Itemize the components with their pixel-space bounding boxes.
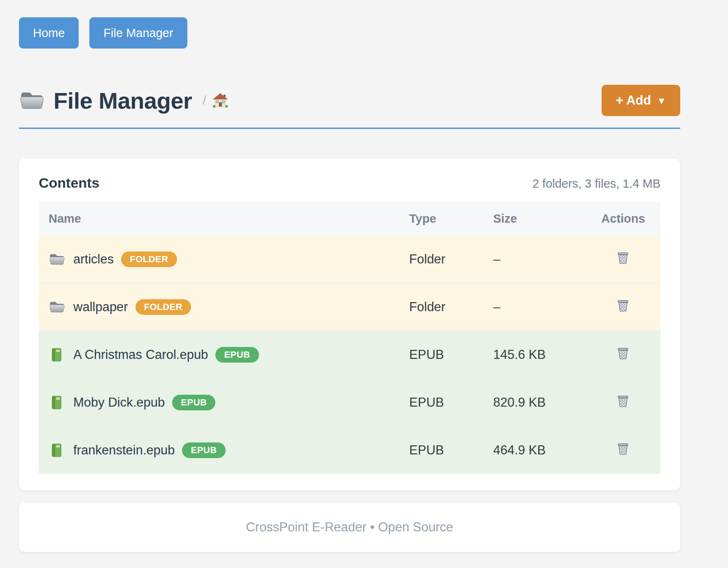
file-type: EPUB (399, 426, 483, 474)
home-button[interactable]: Home (19, 17, 79, 49)
page-title: File Manager (54, 87, 192, 114)
folder-icon (19, 90, 44, 111)
title-underline (19, 128, 680, 129)
add-button[interactable]: + Add ▼ (602, 85, 680, 116)
table-row: wallpaper FOLDER Folder – (39, 283, 660, 331)
name-cell: wallpaper FOLDER (49, 299, 390, 315)
folder-icon (49, 252, 65, 267)
breadcrumb-separator: / (203, 93, 206, 107)
book-icon (49, 347, 65, 362)
contents-card-header: Contents 2 folders, 3 files, 1.4 MB (39, 175, 660, 191)
trash-icon (615, 249, 631, 266)
file-name[interactable]: wallpaper (73, 300, 128, 314)
contents-table: Name Type Size Actions articles FOLDER F… (39, 202, 660, 474)
file-type: Folder (399, 283, 483, 331)
file-size: 145.6 KB (483, 331, 586, 379)
trash-icon (615, 440, 631, 457)
name-cell: articles FOLDER (49, 251, 390, 267)
page: Home File Manager File Manager / + Add ▼… (19, 17, 680, 552)
file-size: – (483, 236, 586, 283)
folder-icon (49, 300, 65, 314)
column-header-size: Size (483, 202, 586, 236)
footer-card: CrossPoint E-Reader • Open Source (19, 503, 680, 552)
table-row: A Christmas Carol.epub EPUB EPUB 145.6 K… (39, 331, 660, 379)
type-badge: EPUB (215, 347, 259, 363)
table-body: articles FOLDER Folder – wallpaper FOLDE… (39, 236, 660, 474)
file-manager-button[interactable]: File Manager (89, 17, 187, 49)
contents-summary: 2 folders, 3 files, 1.4 MB (532, 177, 660, 191)
page-title-group: File Manager / (19, 87, 229, 114)
file-size: – (483, 283, 586, 331)
file-name[interactable]: A Christmas Carol.epub (73, 347, 208, 362)
delete-button[interactable] (615, 393, 631, 409)
file-type: Folder (399, 236, 483, 283)
house-icon[interactable] (212, 93, 229, 108)
type-badge: EPUB (172, 395, 215, 410)
footer-text: CrossPoint E-Reader • Open Source (246, 520, 453, 534)
table-row: Moby Dick.epub EPUB EPUB 820.9 KB (39, 379, 660, 426)
table-header-row: Name Type Size Actions (39, 202, 660, 236)
delete-button[interactable] (615, 440, 631, 457)
type-badge: FOLDER (135, 299, 191, 315)
caret-down-icon: ▼ (657, 94, 666, 108)
trash-icon (615, 345, 631, 361)
file-name[interactable]: frankenstein.epub (73, 443, 175, 458)
delete-button[interactable] (615, 345, 631, 361)
page-header: File Manager / + Add ▼ (19, 85, 680, 116)
book-icon (49, 443, 65, 458)
file-name[interactable]: Moby Dick.epub (73, 395, 165, 410)
column-header-name: Name (39, 202, 399, 236)
book-icon (49, 395, 65, 410)
add-button-label: + Add (616, 93, 651, 107)
contents-card: Contents 2 folders, 3 files, 1.4 MB Name… (19, 158, 680, 490)
column-header-actions: Actions (586, 202, 660, 236)
name-cell: Moby Dick.epub EPUB (49, 395, 390, 410)
file-size: 464.9 KB (483, 426, 586, 474)
type-badge: FOLDER (121, 251, 177, 267)
name-cell: frankenstein.epub EPUB (49, 442, 390, 458)
file-type: EPUB (399, 379, 483, 426)
delete-button[interactable] (615, 297, 631, 314)
contents-heading: Contents (39, 175, 99, 191)
table-row: articles FOLDER Folder – (39, 236, 660, 283)
file-name[interactable]: articles (73, 252, 114, 267)
trash-icon (615, 297, 631, 314)
file-size: 820.9 KB (483, 379, 586, 426)
trash-icon (615, 393, 631, 409)
name-cell: A Christmas Carol.epub EPUB (49, 347, 390, 363)
type-badge: EPUB (182, 442, 225, 458)
table-row: frankenstein.epub EPUB EPUB 464.9 KB (39, 426, 660, 474)
top-nav: Home File Manager (19, 17, 680, 49)
file-type: EPUB (399, 331, 483, 379)
delete-button[interactable] (615, 249, 631, 266)
column-header-type: Type (399, 202, 483, 236)
